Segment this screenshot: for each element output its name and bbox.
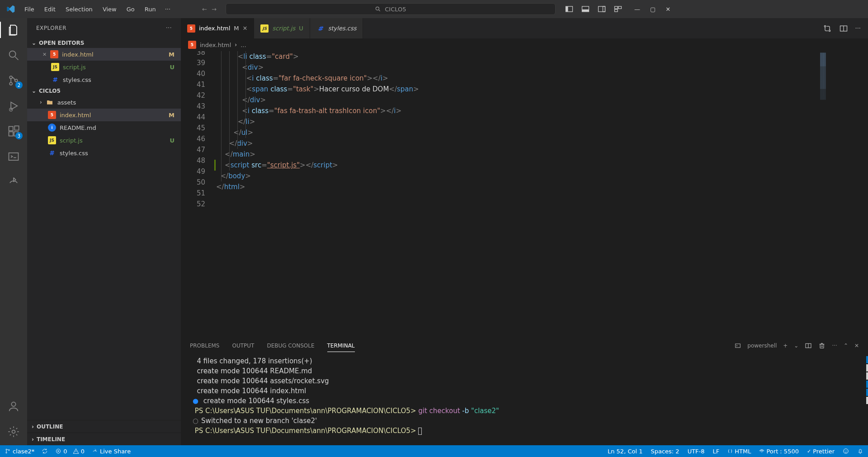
close-icon[interactable]: ✕ (243, 25, 248, 32)
maximize-panel-icon[interactable]: ⌃ (844, 343, 848, 349)
code-editor[interactable]: 383940414243444546474849505152 <ul class… (181, 51, 868, 337)
window-maximize-icon[interactable]: ▢ (650, 6, 656, 13)
git-status: U (170, 137, 175, 144)
explorer-view-icon[interactable] (6, 23, 21, 37)
css-file-icon (48, 149, 56, 157)
file-tree-item[interactable]: ›assets (27, 96, 181, 109)
run-debug-icon[interactable] (6, 99, 21, 113)
svg-point-33 (9, 450, 9, 451)
terminal-kind[interactable]: powershell (747, 343, 777, 349)
file-label: README.md (60, 124, 96, 131)
open-editor-item[interactable]: styles.css (27, 73, 181, 86)
file-tree-item[interactable]: iREADME.md (27, 121, 181, 134)
explorer-more-icon[interactable]: ··· (166, 25, 172, 31)
settings-gear-icon[interactable] (6, 424, 21, 439)
outline-section[interactable]: ›OUTLINE (27, 420, 181, 433)
menu-view[interactable]: View (98, 3, 121, 15)
window-minimize-icon[interactable]: — (634, 6, 640, 13)
git-status: M (169, 112, 175, 119)
close-panel-icon[interactable]: ✕ (854, 343, 859, 349)
terminal-shortcut-icon[interactable] (6, 149, 21, 164)
search-placeholder: CICLO5 (385, 6, 406, 13)
panel-tab-problems[interactable]: PROBLEMS (190, 340, 220, 352)
status-branch[interactable]: clase2* (5, 448, 34, 455)
panel-tab-terminal[interactable]: TERMINAL (327, 340, 355, 352)
command-center-search[interactable]: CICLO5 (226, 3, 556, 15)
svg-point-22 (11, 402, 15, 406)
svg-rect-18 (9, 132, 13, 136)
status-encoding[interactable]: UTF-8 (688, 448, 705, 455)
tab-label: script.js (272, 25, 295, 32)
status-eol[interactable]: LF (713, 448, 720, 455)
source-control-icon[interactable]: 2 (6, 73, 21, 88)
file-label: styles.css (60, 150, 88, 157)
panel-more-icon[interactable]: ··· (832, 343, 837, 349)
svg-point-13 (9, 76, 12, 79)
live-share-icon[interactable] (6, 175, 21, 189)
svg-point-23 (12, 430, 15, 433)
open-editor-item[interactable]: ✕5index.htmlM (27, 48, 181, 61)
terminal-content[interactable]: 4 files changed, 178 insertions(+) creat… (181, 354, 868, 445)
main-menu: FileEditSelectionViewGoRun (20, 3, 160, 15)
layout-sidebar-left-icon[interactable] (565, 5, 574, 14)
extensions-icon[interactable]: 3 (6, 124, 21, 138)
status-problems[interactable]: 0 0 (55, 448, 85, 455)
status-bell-icon[interactable] (857, 448, 863, 455)
timeline-section[interactable]: ›TIMELINE (27, 433, 181, 445)
file-tree-item[interactable]: styles.css (27, 147, 181, 159)
svg-point-25 (829, 30, 830, 31)
status-bar: clase2* 0 0 Live Share Ln 52, Col 1 Spac… (0, 445, 868, 457)
breadcrumb[interactable]: 5 index.html › ... (181, 38, 868, 51)
status-language[interactable]: HTML (727, 448, 751, 455)
editor-tab[interactable]: styles.css (310, 18, 363, 38)
layout-sidebar-right-icon[interactable] (597, 5, 606, 14)
panel-tab-debug-console[interactable]: DEBUG CONSOLE (267, 340, 314, 352)
menu-file[interactable]: File (20, 3, 39, 15)
split-terminal-icon[interactable] (805, 342, 812, 349)
status-indent[interactable]: Spaces: 2 (651, 448, 679, 455)
terminal-profile-icon[interactable] (735, 343, 741, 349)
kill-terminal-icon[interactable] (818, 342, 826, 349)
menu-overflow-icon[interactable]: ··· (160, 3, 175, 15)
status-cursor-pos[interactable]: Ln 52, Col 1 (608, 448, 642, 455)
layout-panel-bottom-icon[interactable] (581, 5, 590, 14)
nav-forward-icon[interactable]: → (212, 6, 217, 13)
svg-point-38 (845, 450, 845, 451)
terminal-dropdown-icon[interactable]: ⌄ (794, 343, 798, 349)
file-tree-item[interactable]: JSscript.jsU (27, 134, 181, 147)
open-editors-header[interactable]: ⌄ OPEN EDITORS (27, 38, 181, 48)
menu-selection[interactable]: Selection (61, 3, 97, 15)
editor-tabs: 5index.htmlM✕JSscript.jsUstyles.css ··· (181, 18, 868, 38)
accounts-icon[interactable] (6, 399, 21, 414)
search-view-icon[interactable] (6, 48, 21, 62)
folder-header[interactable]: ⌄ CICLO5 (27, 86, 181, 96)
svg-rect-10 (614, 10, 618, 12)
status-live-server[interactable]: Port : 5500 (759, 448, 799, 455)
search-icon (375, 6, 381, 12)
git-compare-icon[interactable] (823, 24, 832, 33)
svg-rect-9 (618, 6, 622, 9)
close-icon[interactable]: ✕ (42, 52, 47, 57)
tab-label: index.html (199, 25, 230, 32)
minimap[interactable]: ████████████████████████████████████████… (818, 51, 868, 337)
window-close-icon[interactable]: ✕ (665, 6, 670, 13)
editor-more-icon[interactable]: ··· (855, 25, 861, 32)
file-tree-item[interactable]: 5index.htmlM (27, 109, 181, 121)
menu-go[interactable]: Go (122, 3, 139, 15)
editor-tab[interactable]: JSscript.jsU (254, 18, 310, 38)
tab-status: U (299, 25, 303, 32)
new-terminal-icon[interactable]: + (783, 343, 788, 349)
split-editor-icon[interactable] (839, 24, 848, 33)
open-editor-item[interactable]: JSscript.jsU (27, 61, 181, 73)
menu-run[interactable]: Run (140, 3, 160, 15)
editor-tab[interactable]: 5index.htmlM✕ (181, 18, 254, 38)
status-live-share[interactable]: Live Share (92, 448, 131, 455)
layout-customize-icon[interactable] (613, 5, 623, 14)
status-prettier[interactable]: ✓Prettier (807, 448, 835, 455)
html-file-icon: 5 (187, 24, 195, 33)
menu-edit[interactable]: Edit (40, 3, 60, 15)
panel-tab-output[interactable]: OUTPUT (232, 340, 255, 352)
status-sync-icon[interactable] (42, 448, 48, 454)
status-feedback-icon[interactable] (843, 448, 849, 455)
nav-back-icon[interactable]: ← (202, 6, 207, 13)
